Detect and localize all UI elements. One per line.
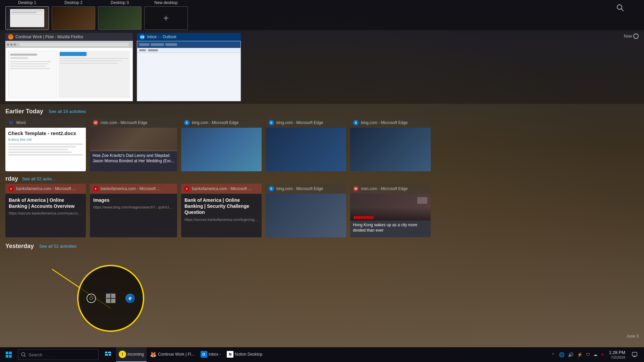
hk-card-title: Hong Kong wakes up as a city more divide… xyxy=(353,223,428,233)
boa-icon-1: e xyxy=(8,186,14,192)
taskbar: Search I Incoming 🦊 Continue Work | Fl..… xyxy=(0,347,644,362)
yesterday-section-header: Yesterday See all 52 activities xyxy=(0,240,644,250)
desktop-3[interactable]: Desktop 3 xyxy=(98,0,142,30)
svg-rect-3 xyxy=(6,352,8,354)
task-view-button[interactable] xyxy=(101,347,115,362)
taskbar-clock[interactable]: 1:28 PM 7/2/2019 xyxy=(606,350,628,359)
see-all-yesterday-partial[interactable]: See all 52 activ... xyxy=(22,176,55,181)
timeline-now-label: Now xyxy=(624,34,632,39)
bing-y1-label: bing.com - Microsoft Edge xyxy=(276,186,323,191)
earlier-today-header: Earlier Today See all 19 activities xyxy=(0,104,644,118)
firefox-taskbar-label: Continue Work | Fl... xyxy=(158,352,195,357)
window-preview-outlook[interactable]: 📧 Inbox - · Outlook xyxy=(137,33,241,101)
taskbar-search-button[interactable]: Search xyxy=(18,349,99,360)
notion-taskbar-label: Notion Desktop xyxy=(235,352,262,357)
svg-rect-5 xyxy=(6,355,8,358)
word-app-label: Word xyxy=(16,120,25,125)
boa-security-icon: e xyxy=(184,186,190,192)
timeline-june3: June 3 xyxy=(627,334,639,339)
boa-security-card[interactable]: e bankofamerica.com - Microsoft Edge Ban… xyxy=(181,184,262,237)
bing-images-app-label: bankofamerica.com - Microsoft Edge xyxy=(101,186,161,191)
mag-taskview-icon[interactable] xyxy=(106,294,115,303)
outlook-window-title: Inbox - · Outlook xyxy=(147,35,176,39)
svg-rect-4 xyxy=(9,352,12,354)
bing-app-label-3: bing.com - Microsoft Edge xyxy=(361,120,408,125)
notion-taskbar-icon: N xyxy=(227,351,233,358)
bing-app-label-2: bing.com - Microsoft Edge xyxy=(276,120,323,125)
antivirus-icon: ✕ xyxy=(600,352,605,357)
svg-line-1 xyxy=(621,9,624,11)
taskbar-date: 7/2/2019 xyxy=(609,355,625,359)
bing-card-y1[interactable]: b bing.com - Microsoft Edge xyxy=(266,184,346,237)
yesterday-partial-label: rday xyxy=(5,175,18,182)
msn-card-title: How Zoe Kravitz's Dad Lenny and Stepdad … xyxy=(93,153,174,164)
boa-card-1-url: https://secure.bankofamerica.com/myaccou… xyxy=(9,211,83,215)
earlier-today-title: Earlier Today xyxy=(5,108,43,115)
plus-icon: + xyxy=(163,13,169,23)
battery-icon: ⚡ xyxy=(576,352,584,357)
onedrive-icon[interactable]: ☁ xyxy=(592,352,598,357)
yesterday-cards: e bankofamerica.com - Microsoft Edge Ban… xyxy=(0,184,644,240)
defender-icon[interactable]: 🛡 xyxy=(585,352,591,357)
svg-line-8 xyxy=(24,356,25,357)
svg-rect-9 xyxy=(105,352,107,353)
boa-app-label-1: bankofamerica.com - Microsoft Edge xyxy=(16,186,76,191)
msn-app-label: msn.com - Microsoft Edge xyxy=(101,120,147,125)
svg-rect-12 xyxy=(109,354,111,356)
volume-icon[interactable]: 🔊 xyxy=(567,352,575,357)
bing-icon-3: b xyxy=(353,120,359,126)
search-icon-topright[interactable] xyxy=(616,4,624,13)
boa-security-title: Bank of America | Online Banking | Secur… xyxy=(184,197,258,216)
mag-edge-icon[interactable]: e xyxy=(125,294,135,303)
yesterday-title: Yesterday xyxy=(5,243,34,250)
taskbar-search-icon xyxy=(21,352,26,357)
bing-images-card[interactable]: e bankofamerica.com - Microsoft Edge Ima… xyxy=(90,184,177,237)
new-desktop-button[interactable]: + xyxy=(144,6,188,30)
taskbar-app-notion[interactable]: N Notion Desktop xyxy=(224,347,265,362)
window-preview-firefox[interactable]: 🦊 Continue Work | Flow - Mozilla Firefox xyxy=(5,33,133,101)
msn-hk-label: msn.com - Microsoft Edge xyxy=(361,186,408,191)
see-all-earlier-today[interactable]: See all 19 activities xyxy=(49,109,86,114)
see-all-yesterday[interactable]: See all 52 activities xyxy=(39,244,76,249)
word-card[interactable]: W Word Check Template - rent2.docx d.doc… xyxy=(5,118,86,171)
bing-icon-1: b xyxy=(184,120,190,126)
bing-card-1[interactable]: b bing.com - Microsoft Edge xyxy=(181,118,262,171)
svg-rect-10 xyxy=(108,352,111,353)
bing-app-label-1: bing.com - Microsoft Edge xyxy=(192,120,238,125)
taskbar-app-incoming[interactable]: I Incoming xyxy=(116,347,147,362)
hongkong-card[interactable]: M msn.com - Microsoft Edge Hong Kong wak… xyxy=(350,184,431,237)
boa-security-app-label: bankofamerica.com - Microsoft Edge xyxy=(192,186,252,191)
bing-icon-2: b xyxy=(268,120,274,126)
new-desktop-item[interactable]: New desktop + xyxy=(144,0,188,30)
magnifier-overlay: e xyxy=(77,265,144,332)
desktop-2[interactable]: Desktop 2 xyxy=(52,0,95,30)
word-card-url: d.docs.live.net xyxy=(8,137,83,141)
word-card-title: Check Template - rent2.docx xyxy=(8,130,83,136)
taskbar-app-firefox[interactable]: 🦊 Continue Work | Fl... xyxy=(147,347,197,362)
bing-y1-icon: b xyxy=(268,186,274,192)
bing-images-title: Images xyxy=(93,197,174,203)
mag-windows-icon[interactable] xyxy=(87,294,96,303)
earlier-today-cards: W Word Check Template - rent2.docx d.doc… xyxy=(0,118,644,174)
start-button[interactable] xyxy=(1,347,16,362)
bing-card-3[interactable]: b bing.com - Microsoft Edge xyxy=(350,118,431,171)
bing-images-url: https://www.bing.com/images/search?...qc… xyxy=(93,205,174,209)
outlook-taskbar-label: Inbox - xyxy=(209,352,221,357)
yesterday-partial-header: rday See all 52 activ... xyxy=(0,174,644,182)
action-center-button[interactable] xyxy=(629,347,640,362)
bing-images-icon: e xyxy=(93,186,99,192)
incoming-app-icon: I xyxy=(119,351,126,358)
outlook-taskbar-icon: O xyxy=(201,351,207,358)
open-windows-row: 🦊 Continue Work | Flow - Mozilla Firefox xyxy=(0,30,644,104)
system-tray-overflow[interactable]: ^ xyxy=(550,347,556,362)
network-icon[interactable]: 🌐 xyxy=(558,352,566,357)
svg-point-7 xyxy=(21,353,25,356)
timeline-bar: Now xyxy=(619,34,639,342)
msn-news-card[interactable]: M msn.com - Microsoft Edge How Zoe Kravi… xyxy=(90,118,177,171)
boa-card-1[interactable]: e bankofamerica.com - Microsoft Edge Ban… xyxy=(5,184,86,237)
desktop-1[interactable]: Desktop 1 xyxy=(5,0,49,30)
taskbar-left: Search I Incoming 🦊 Continue Work | Fl..… xyxy=(1,347,265,362)
taskbar-app-outlook[interactable]: O Inbox - xyxy=(198,347,224,362)
bing-card-2[interactable]: b bing.com - Microsoft Edge xyxy=(266,118,346,171)
svg-rect-11 xyxy=(105,354,108,356)
